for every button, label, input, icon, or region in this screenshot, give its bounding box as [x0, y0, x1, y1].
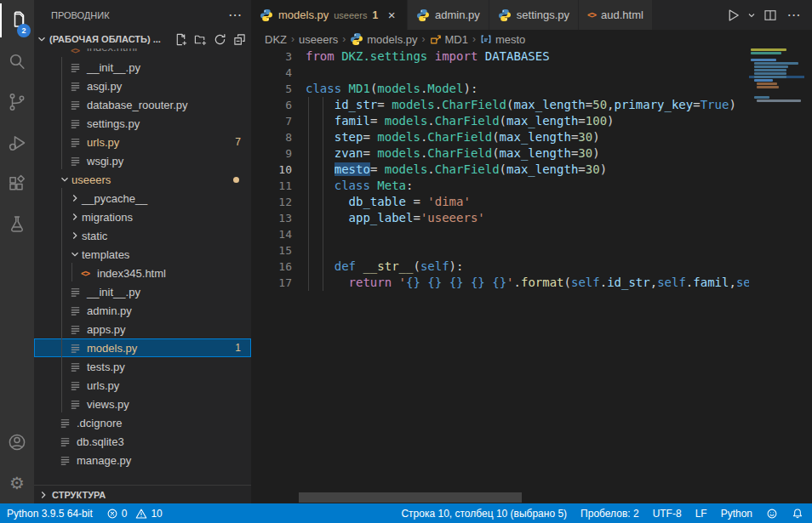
line-number[interactable]: 15 [251, 242, 292, 259]
line-number[interactable]: 9 [251, 145, 292, 162]
breadcrumb-item-models.py[interactable]: models.py [350, 32, 417, 46]
new-folder-icon[interactable] [194, 33, 207, 46]
run-dropdown-chevron-icon[interactable] [746, 4, 758, 26]
tree-item-db.sqlite3[interactable]: db.sqlite3 [34, 432, 251, 451]
outline-section-header[interactable]: СТРУКТУРА [34, 485, 251, 503]
tree-item-asgi.py[interactable]: asgi.py [34, 77, 251, 95]
close-tab-icon[interactable]: × [385, 8, 398, 22]
tree-item-manage.py[interactable]: manage.py [34, 451, 251, 469]
line-number[interactable]: 7 [251, 113, 292, 129]
code-line-13[interactable]: 13 app_label='useeers' [251, 210, 749, 226]
line-number[interactable]: 6 [251, 97, 292, 113]
tree-item-label: asgi.py [87, 80, 122, 93]
code-line-10[interactable]: 10 mesto= models.CharField(max_length=30… [251, 162, 749, 178]
workspace-section-header[interactable]: (РАБОЧАЯ ОБЛАСТЬ) ... [34, 30, 251, 48]
line-number[interactable]: 4 [251, 65, 292, 81]
code-line-5[interactable]: 5class MD1(models.Model): [251, 81, 749, 97]
split-editor-icon[interactable] [759, 4, 781, 26]
tree-item-index.html[interactable]: <>index.html [34, 48, 251, 58]
cursor-position-status[interactable]: Строка 10, столбец 10 (выбрано 5) [401, 508, 567, 520]
tree-item-__init__.py[interactable]: __init__.py [34, 282, 251, 301]
minimap[interactable] [749, 48, 804, 503]
py-file-icon [68, 378, 82, 392]
line-number[interactable]: 14 [251, 226, 292, 242]
collapse-all-icon[interactable] [233, 33, 246, 46]
tree-item-.dcignore[interactable]: .dcignore [34, 413, 251, 432]
code-line-7[interactable]: 7 famil= models.CharField(max_length=100… [251, 113, 749, 129]
line-number[interactable]: 8 [251, 129, 292, 145]
breadcrumb-item-useeers[interactable]: useeers [299, 33, 338, 46]
extensions-view-button[interactable] [0, 163, 34, 204]
tree-item-templates[interactable]: templates [34, 245, 251, 264]
tree-item-index345.html[interactable]: <>index345.html [34, 264, 251, 282]
code-line-4[interactable]: 4 [251, 65, 749, 81]
manage-button[interactable]: ⚙ [0, 463, 34, 503]
explorer-badge: 2 [17, 24, 31, 37]
problems-status[interactable]: 0 10 [106, 508, 163, 520]
line-number[interactable]: 10 [251, 162, 292, 178]
line-number[interactable]: 11 [251, 178, 292, 194]
vertical-scrollbar[interactable] [804, 48, 812, 503]
tree-item-__pycache__[interactable]: __pycache__ [34, 189, 251, 207]
tab-admin.py[interactable]: admin.py [408, 0, 489, 30]
tree-item-migrations[interactable]: migrations [34, 207, 251, 226]
python-interpreter-status[interactable]: Python 3.9.5 64-bit [7, 508, 93, 520]
tab-models.py[interactable]: models.pyuseeers1× [251, 0, 408, 30]
tree-item-urls.py[interactable]: urls.py7 [34, 133, 251, 151]
line-number[interactable]: 17 [251, 275, 292, 291]
tree-item-useeers[interactable]: useeers [34, 170, 251, 189]
line-number[interactable]: 12 [251, 194, 292, 210]
tree-item-urls.py[interactable]: urls.py [34, 376, 251, 395]
code-line-14[interactable]: 14 [251, 226, 749, 242]
line-number[interactable]: 13 [251, 210, 292, 226]
accounts-button[interactable] [0, 422, 34, 463]
tree-item-wsgi.py[interactable]: wsgi.py [34, 151, 251, 170]
code-line-15[interactable]: 15 [251, 242, 749, 259]
tree-item-tests.py[interactable]: tests.py [34, 357, 251, 376]
line-number[interactable]: 16 [251, 259, 292, 275]
refresh-icon[interactable] [214, 33, 226, 46]
search-view-button[interactable] [0, 41, 34, 82]
line-number[interactable]: 5 [251, 81, 292, 97]
indentation-status[interactable]: Пробелов: 2 [580, 508, 639, 520]
breadcrumb-item-MD1[interactable]: MD1 [430, 33, 468, 46]
notifications-status[interactable] [792, 508, 803, 520]
breadcrumb-item-mesto[interactable]: mesto [480, 33, 525, 46]
code-line-9[interactable]: 9 zvan= models.CharField(max_length=30) [251, 145, 749, 162]
code-line-3[interactable]: 3from DKZ.settings import DATABASES [251, 48, 749, 65]
tree-item-__init__.py[interactable]: __init__.py [34, 58, 251, 77]
tree-item-database_roouter.py[interactable]: database_roouter.py [34, 95, 251, 114]
breadcrumb-item-DKZ[interactable]: DKZ [265, 33, 287, 46]
code-line-16[interactable]: 16 def __str__(self): [251, 259, 749, 275]
code-line-12[interactable]: 12 db_table = 'dima' [251, 194, 749, 210]
tree-item-settings.py[interactable]: settings.py [34, 114, 251, 133]
code-line-17[interactable]: 17 return '{} {} {} {} {}'.format(self.i… [251, 275, 749, 291]
code-line-11[interactable]: 11 class Meta: [251, 178, 749, 194]
feedback-status[interactable] [766, 508, 778, 520]
explorer-view-button[interactable]: 2 [0, 0, 34, 41]
tree-item-views.py[interactable]: views.py [34, 395, 251, 413]
new-file-icon[interactable] [174, 33, 187, 46]
tab-settings.py[interactable]: settings.py [489, 0, 579, 30]
horizontal-scrollbar[interactable] [299, 492, 522, 503]
eol-status[interactable]: LF [695, 508, 707, 520]
run-debug-view-button[interactable] [0, 122, 34, 163]
tab-aud.html[interactable]: <>aud.html [579, 0, 653, 30]
encoding-status[interactable]: UTF-8 [653, 508, 682, 520]
language-mode-status[interactable]: Python [721, 508, 752, 520]
tree-item-label: __pycache__ [82, 192, 147, 205]
code-line-8[interactable]: 8 step= models.CharField(max_length=30) [251, 129, 749, 145]
tree-item-admin.py[interactable]: admin.py [34, 301, 251, 320]
views-more-actions-icon[interactable]: ⋯ [228, 7, 243, 23]
testing-view-button[interactable] [0, 204, 34, 245]
tree-item-static[interactable]: static [34, 226, 251, 245]
line-number[interactable]: 3 [251, 48, 292, 65]
run-python-file-icon[interactable] [722, 4, 744, 26]
editor-more-actions-icon[interactable]: ⋯ [783, 4, 805, 26]
tree-item-apps.py[interactable]: apps.py [34, 320, 251, 338]
tree-item-models.py[interactable]: models.py1 [34, 338, 251, 357]
code-editor[interactable]: 3from DKZ.settings import DATABASES45cla… [251, 48, 749, 503]
source-control-view-button[interactable] [0, 82, 34, 122]
code-line-6[interactable]: 6 id_str= models.CharField(max_length=50… [251, 97, 749, 113]
tree-item-label: apps.py [87, 323, 126, 336]
